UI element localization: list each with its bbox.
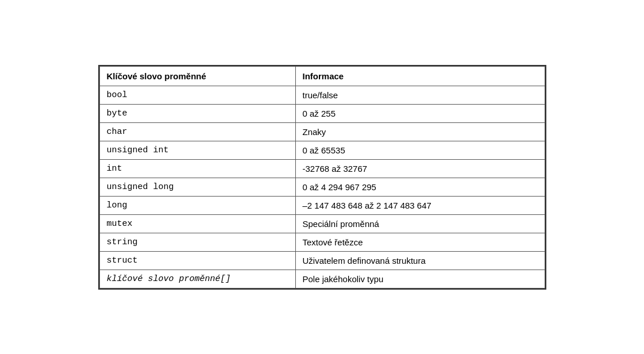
table-row: booltrue/false	[99, 86, 545, 104]
header-keyword-col: Klíčové slovo proměnné	[99, 66, 295, 86]
keyword-cell: long	[99, 196, 295, 214]
keyword-cell: mutex	[99, 214, 295, 233]
table-row: stringTextové řetězce	[99, 233, 545, 251]
table-row: klíčové slovo proměnné[]Pole jakéhokoliv…	[99, 270, 545, 288]
info-cell: -32768 až 32767	[295, 159, 545, 178]
info-cell: true/false	[295, 86, 545, 104]
table-header-row: Klíčové slovo proměnné Informace	[99, 66, 545, 86]
keyword-cell: char	[99, 122, 295, 141]
keyword-cell: klíčové slovo proměnné[]	[99, 270, 295, 288]
table-row: int-32768 až 32767	[99, 159, 545, 178]
info-cell: Textové řetězce	[295, 233, 545, 251]
table-row: byte0 až 255	[99, 104, 545, 122]
table-row: unsigned long0 až 4 294 967 295	[99, 178, 545, 196]
table-row: long–2 147 483 648 až 2 147 483 647	[99, 196, 545, 214]
info-cell: 0 až 65535	[295, 141, 545, 159]
keyword-cell: bool	[99, 86, 295, 104]
keyword-cell: struct	[99, 251, 295, 270]
header-info-col: Informace	[295, 66, 545, 86]
table-row: structUživatelem definovaná struktura	[99, 251, 545, 270]
info-cell: 0 až 255	[295, 104, 545, 122]
table-body: booltrue/falsebyte0 až 255charZnakyunsig…	[99, 86, 545, 288]
keyword-cell: int	[99, 159, 295, 178]
info-cell: Znaky	[295, 122, 545, 141]
variables-table: Klíčové slovo proměnné Informace booltru…	[99, 66, 545, 288]
table-row: unsigned int0 až 65535	[99, 141, 545, 159]
info-cell: Pole jakéhokoliv typu	[295, 270, 545, 288]
keyword-cell: unsigned int	[99, 141, 295, 159]
info-cell: –2 147 483 648 až 2 147 483 647	[295, 196, 545, 214]
info-cell: Uživatelem definovaná struktura	[295, 251, 545, 270]
info-cell: 0 až 4 294 967 295	[295, 178, 545, 196]
table-row: mutexSpeciální proměnná	[99, 214, 545, 233]
keyword-cell: string	[99, 233, 295, 251]
keyword-cell: unsigned long	[99, 178, 295, 196]
keyword-cell: byte	[99, 104, 295, 122]
main-table-wrapper: Klíčové slovo proměnné Informace booltru…	[98, 65, 546, 290]
info-cell: Speciální proměnná	[295, 214, 545, 233]
table-row: charZnaky	[99, 122, 545, 141]
